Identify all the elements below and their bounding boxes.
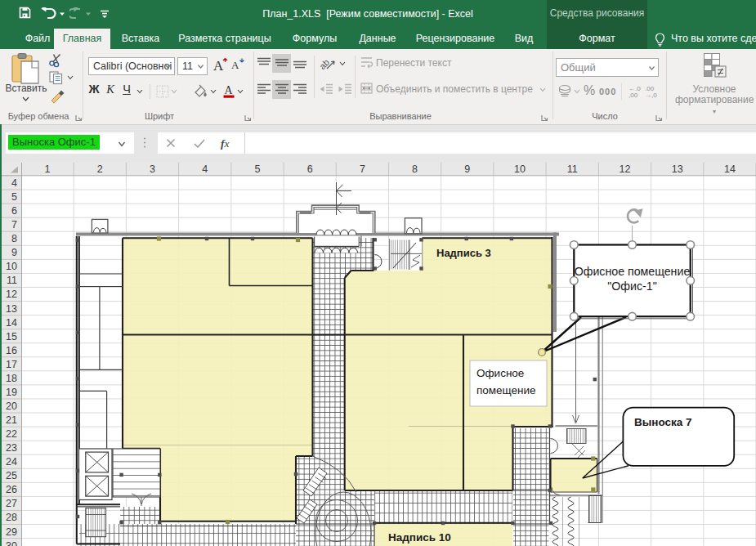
svg-text:4: 4 [202,163,208,175]
svg-text:4: 4 [11,177,17,189]
svg-text:12: 12 [620,163,631,175]
svg-text:помещение: помещение [476,384,536,396]
svg-text:3: 3 [150,163,155,175]
svg-text:5: 5 [11,191,17,203]
svg-text:17: 17 [6,359,17,370]
svg-text:6: 6 [307,163,313,175]
svg-text:13: 13 [672,163,683,175]
svg-text:13: 13 [6,303,17,315]
svg-text:25: 25 [6,470,17,481]
svg-text:12: 12 [6,289,17,300]
svg-text:14: 14 [724,163,736,175]
svg-text:Офисное помещение: Офисное помещение [575,265,691,278]
svg-text:11: 11 [7,275,17,286]
svg-text:6: 6 [11,205,17,217]
svg-text:15: 15 [6,331,17,342]
svg-text:2: 2 [97,163,103,175]
svg-text:Выноска 7: Выноска 7 [634,416,692,428]
svg-text:А: А [225,84,234,96]
svg-text:Надпись 3: Надпись 3 [436,247,491,259]
svg-text:18: 18 [6,373,17,384]
svg-text:А: А [213,58,224,74]
svg-text:А: А [231,59,239,71]
svg-text:→,0: →,0 [645,92,657,99]
svg-text:14: 14 [6,317,17,329]
svg-text:29: 29 [6,526,17,538]
svg-text:11: 11 [567,163,578,175]
svg-text:Надпись 10: Надпись 10 [388,531,451,544]
svg-text:5: 5 [255,163,261,175]
svg-text:19: 19 [6,387,17,398]
svg-text:10: 10 [6,261,17,272]
svg-text:22: 22 [6,428,17,440]
svg-text:7: 7 [11,219,17,230]
svg-text:9: 9 [464,163,470,175]
svg-text:24: 24 [6,456,17,468]
svg-text:20: 20 [6,401,17,412]
svg-text:23: 23 [6,442,17,454]
svg-text:26: 26 [6,484,17,495]
svg-text:30: 30 [6,540,17,546]
svg-text:8: 8 [11,233,17,244]
svg-text:7: 7 [360,163,365,175]
svg-text:8: 8 [412,163,418,175]
svg-text:1: 1 [45,163,51,175]
svg-text:"Офис-1": "Офис-1" [607,280,656,293]
svg-text:27: 27 [6,498,17,509]
svg-text:16: 16 [6,345,17,356]
svg-text:Офисное: Офисное [476,367,524,379]
svg-text:9: 9 [11,247,17,258]
svg-text:,00: ,00 [629,92,638,99]
svg-text:21: 21 [6,414,17,426]
svg-text:10: 10 [514,163,526,175]
svg-text:28: 28 [6,512,17,523]
